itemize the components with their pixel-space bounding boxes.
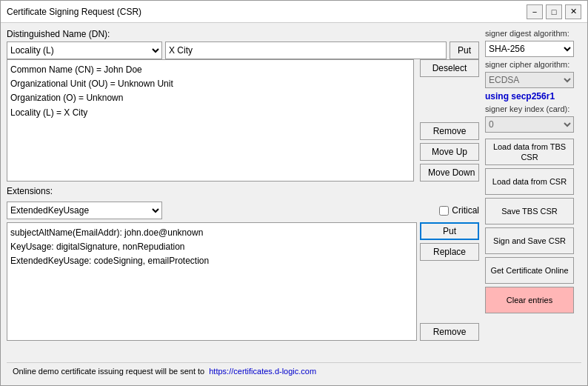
- digest-select[interactable]: SHA-256 SHA-1 SHA-512: [485, 41, 574, 57]
- signer-section: signer digest algorithm: SHA-256 SHA-1 S…: [485, 29, 581, 133]
- cipher-label: signer cipher algorithm:: [485, 60, 581, 69]
- maximize-button[interactable]: □: [546, 4, 562, 19]
- dn-deselect-button[interactable]: Deselect: [420, 59, 479, 77]
- ext-replace-button[interactable]: Replace: [420, 243, 479, 261]
- close-button[interactable]: ✕: [565, 4, 581, 19]
- dn-content-section: Common Name (CN) = John Doe Organization…: [7, 59, 479, 182]
- dn-move-down-button[interactable]: Move Down: [420, 164, 479, 182]
- dn-textarea-wrapper: Common Name (CN) = John Doe Organization…: [7, 59, 414, 182]
- right-buttons: Load data from TBS CSR Load data from CS…: [485, 139, 581, 313]
- load-csr-button[interactable]: Load data from CSR: [485, 168, 574, 195]
- sign-save-button[interactable]: Sign and Save CSR: [485, 227, 574, 254]
- bottom-text: Online demo certificate issuing request …: [13, 367, 204, 376]
- using-label: using secp256r1: [485, 91, 581, 102]
- ext-remove-button[interactable]: Remove: [420, 323, 479, 341]
- dn-section: Distinguished Name (DN): Locality (L) Co…: [7, 29, 479, 182]
- critical-checkbox[interactable]: [439, 206, 449, 216]
- main-window: Certificate Signing Request (CSR) − □ ✕ …: [0, 0, 588, 386]
- ext-textarea-row: subjectAltName(EmailAddr): john.doe@unkn…: [7, 222, 479, 341]
- left-panel: Distinguished Name (DN): Locality (L) Co…: [7, 29, 479, 358]
- minimize-button[interactable]: −: [527, 4, 543, 19]
- ext-textarea[interactable]: subjectAltName(EmailAddr): john.doe@unkn…: [7, 222, 417, 341]
- dn-put-button[interactable]: Put: [450, 41, 479, 59]
- right-panel: signer digest algorithm: SHA-256 SHA-1 S…: [485, 29, 581, 358]
- cipher-select[interactable]: ECDSA RSA: [485, 72, 574, 88]
- main-content: Distinguished Name (DN): Locality (L) Co…: [7, 29, 581, 358]
- ext-label: Extensions:: [7, 186, 479, 196]
- window-controls: − □ ✕: [527, 4, 581, 19]
- bottom-bar: Online demo certificate issuing request …: [7, 362, 581, 379]
- critical-label: Critical: [452, 205, 479, 216]
- dn-move-up-button[interactable]: Move Up: [420, 143, 479, 161]
- dn-actions: Deselect Remove Move Up Move Down: [420, 59, 479, 182]
- digest-label: signer digest algorithm:: [485, 29, 581, 38]
- get-cert-button[interactable]: Get Certificate Online: [485, 257, 574, 284]
- dn-select[interactable]: Locality (L) Common Name (CN) Organizati…: [7, 41, 162, 59]
- critical-row: Critical: [439, 205, 479, 216]
- ext-actions: Put Replace Remove: [420, 222, 479, 341]
- ext-row: ExtendedKeyUsage SubjectAltName KeyUsage…: [7, 202, 479, 219]
- ext-put-button[interactable]: Put: [420, 222, 479, 240]
- clear-entries-button[interactable]: Clear entries: [485, 287, 574, 313]
- window-body: Distinguished Name (DN): Locality (L) Co…: [1, 23, 587, 385]
- key-index-select[interactable]: 0 1 2: [485, 116, 574, 133]
- title-bar: Certificate Signing Request (CSR) − □ ✕: [1, 1, 587, 23]
- dn-value-input[interactable]: [165, 41, 447, 59]
- dn-row: Locality (L) Common Name (CN) Organizati…: [7, 41, 479, 59]
- dn-textarea[interactable]: Common Name (CN) = John Doe Organization…: [7, 59, 414, 182]
- dn-label: Distinguished Name (DN):: [7, 29, 479, 39]
- window-title: Certificate Signing Request (CSR): [7, 7, 141, 17]
- ext-select[interactable]: ExtendedKeyUsage SubjectAltName KeyUsage…: [7, 202, 162, 219]
- key-index-label: signer key index (card):: [485, 104, 581, 113]
- ext-section: Extensions: ExtendedKeyUsage SubjectAltN…: [7, 186, 479, 341]
- load-tbs-button[interactable]: Load data from TBS CSR: [485, 139, 574, 165]
- dn-remove-button[interactable]: Remove: [420, 122, 479, 140]
- save-tbs-button[interactable]: Save TBS CSR: [485, 198, 574, 224]
- bottom-link[interactable]: https://certificates.d-logic.com: [209, 367, 316, 376]
